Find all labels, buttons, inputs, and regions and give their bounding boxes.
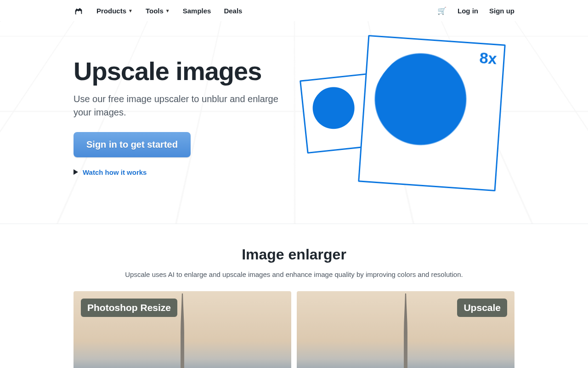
signup-link[interactable]: Sign up xyxy=(489,7,514,15)
section-subtitle: Upscale uses AI to enlarge and upscale i… xyxy=(74,270,514,278)
person-illustration-icon xyxy=(366,43,497,183)
nav-deals[interactable]: Deals xyxy=(224,7,242,15)
login-link[interactable]: Log in xyxy=(458,7,478,15)
signin-cta-button[interactable]: Sign in to get started xyxy=(74,132,191,157)
logo-horse-icon[interactable] xyxy=(74,6,84,16)
comparison-panel-right: Upscale xyxy=(297,291,514,368)
nav-samples[interactable]: Samples xyxy=(183,7,211,15)
play-icon xyxy=(74,169,78,175)
hero-copy: Upscale images Use our free image upscal… xyxy=(74,40,294,176)
image-enlarger-section: Image enlarger Upscale uses AI to enlarg… xyxy=(0,224,588,368)
nav-tools[interactable]: Tools▼ xyxy=(146,7,170,15)
comparison-row: Photoshop Resize Upscale xyxy=(74,291,514,368)
nav-products[interactable]: Products▼ xyxy=(96,7,133,15)
nav-right: 🛒 Log in Sign up xyxy=(437,6,514,15)
cart-icon[interactable]: 🛒 xyxy=(437,6,447,15)
hero-section: Upscale images Use our free image upscal… xyxy=(0,21,588,224)
chevron-down-icon: ▼ xyxy=(165,8,170,13)
hero-illustration: 8x xyxy=(294,40,514,196)
left-panel-badge: Photoshop Resize xyxy=(81,299,177,317)
hero-title: Upscale images xyxy=(74,58,294,85)
large-image-card: 8x xyxy=(358,35,506,191)
hero-subtitle: Use our free image upscaler to unblur an… xyxy=(74,92,294,119)
watch-how-it-works-link[interactable]: Watch how it works xyxy=(74,168,294,176)
top-nav: Products▼ Tools▼ Samples Deals 🛒 Log in … xyxy=(0,0,588,21)
multiplier-badge: 8x xyxy=(479,49,497,68)
chevron-down-icon: ▼ xyxy=(128,8,133,13)
section-title: Image enlarger xyxy=(74,246,514,263)
right-panel-badge: Upscale xyxy=(457,299,507,317)
watch-label: Watch how it works xyxy=(83,168,147,176)
nav-left: Products▼ Tools▼ Samples Deals xyxy=(74,6,242,16)
comparison-panel-left: Photoshop Resize xyxy=(74,291,291,368)
